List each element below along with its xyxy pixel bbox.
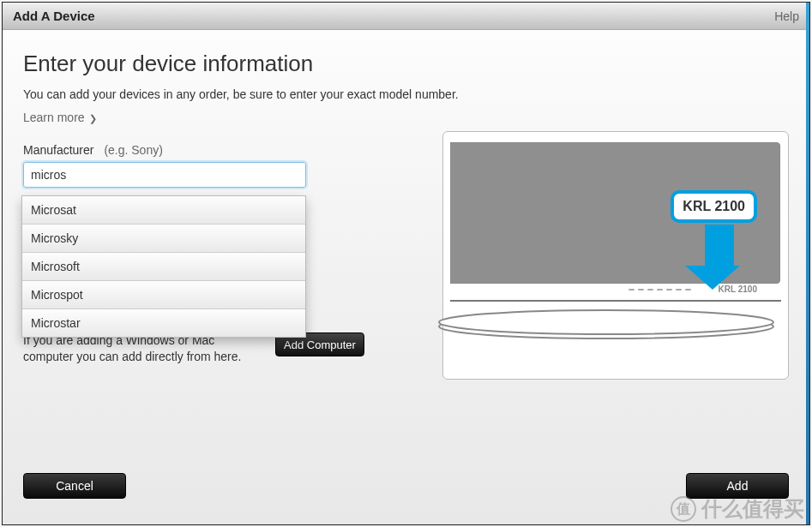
suggestion-item[interactable]: Microspot: [22, 281, 305, 309]
add-computer-label: Add Computer: [284, 338, 356, 351]
form-left-column: Manufacturer (e.g. Sony): [23, 143, 400, 188]
manufacturer-label: Manufacturer: [23, 143, 93, 157]
window-title: Add A Device: [13, 9, 95, 23]
arrow-down-icon: [698, 225, 740, 290]
suggestion-item[interactable]: Microsat: [22, 196, 305, 225]
tv-stand: [435, 305, 778, 348]
add-device-window: Add A Device Help Enter your device info…: [2, 2, 810, 525]
chevron-right-icon: ❯: [89, 113, 97, 123]
tv-indicator-dots: [629, 289, 691, 290]
learn-more-link[interactable]: Learn more ❯: [23, 111, 97, 124]
model-callout: KRL 2100: [671, 190, 757, 223]
manufacturer-label-row: Manufacturer (e.g. Sony): [23, 143, 400, 157]
suggestion-item[interactable]: Microsky: [22, 225, 305, 253]
svg-point-1: [439, 310, 773, 334]
watermark-circle-icon: 值: [671, 496, 696, 522]
manufacturer-suggestions-dropdown: Microsat Microsky Microsoft Microspot Mi…: [21, 195, 306, 338]
manufacturer-hint: (e.g. Sony): [104, 143, 162, 157]
suggestion-item[interactable]: Microsoft: [22, 253, 305, 281]
learn-more-label: Learn more: [23, 111, 85, 124]
cancel-label: Cancel: [56, 479, 93, 493]
page-heading: Enter your device information: [23, 51, 789, 77]
cancel-button[interactable]: Cancel: [23, 473, 126, 499]
content-area: Enter your device information You can ad…: [3, 30, 809, 463]
page-subtext: You can add your devices in any order, b…: [23, 87, 789, 101]
device-illustration: KRL 2100 KRL 2100: [442, 131, 789, 380]
suggestion-item[interactable]: Microstar: [22, 309, 305, 337]
add-label: Add: [727, 479, 749, 493]
manufacturer-input[interactable]: [23, 162, 306, 188]
watermark-text: 什么值得买: [701, 495, 804, 523]
help-link[interactable]: Help: [774, 9, 799, 23]
titlebar: Add A Device Help: [3, 3, 809, 30]
watermark: 值 什么值得买: [671, 495, 804, 523]
